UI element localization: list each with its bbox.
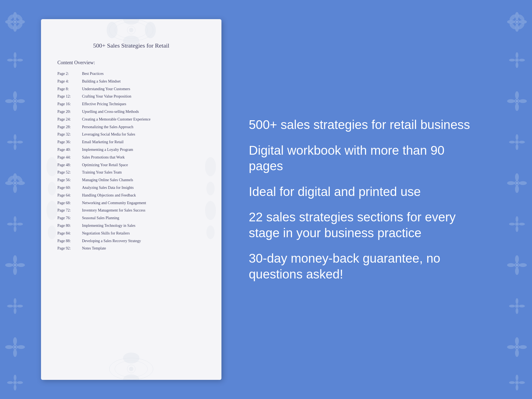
svg-point-58	[17, 345, 25, 349]
table-of-contents: Page 2:Best PracticesPage 4:Building a S…	[57, 71, 205, 252]
svg-point-61	[14, 375, 16, 381]
svg-point-32	[17, 181, 25, 185]
svg-point-20	[17, 99, 25, 103]
svg-point-109	[516, 100, 518, 102]
svg-point-52	[17, 305, 23, 307]
svg-point-84	[123, 353, 139, 363]
svg-point-80	[205, 201, 216, 220]
toc-item-title: Creating a Memorable Customer Experience	[82, 116, 150, 123]
svg-point-21	[14, 100, 16, 102]
svg-point-31	[5, 181, 13, 185]
document-card: 500+ Sales Strategies for Retail Content…	[41, 19, 221, 380]
svg-point-129	[515, 255, 519, 263]
svg-point-105	[515, 91, 519, 99]
table-row: Page 24:Creating a Memorable Customer Ex…	[57, 116, 205, 123]
toc-item-title: Email Marketing for Retail	[82, 139, 124, 145]
svg-point-102	[519, 59, 525, 61]
toc-item-title: Handling Objections and Feedback	[82, 192, 136, 199]
svg-point-136	[516, 308, 518, 314]
svg-point-91	[507, 20, 515, 24]
table-row: Page 60:Analyzing Sales Data for Insight…	[57, 184, 205, 191]
svg-point-123	[516, 216, 518, 222]
toc-page-number: Page 36:	[57, 139, 82, 145]
svg-point-131	[507, 263, 515, 267]
svg-point-133	[516, 264, 518, 266]
svg-point-12	[14, 62, 16, 68]
table-row: Page 28:Personalizing the Sales Approach	[57, 124, 205, 130]
table-row: Page 68:Networking and Community Engagem…	[57, 200, 205, 206]
svg-point-92	[519, 20, 527, 24]
svg-point-114	[519, 141, 525, 143]
feature-item: Ideal for digital and printed use	[249, 184, 480, 200]
svg-point-51	[7, 305, 13, 307]
svg-point-25	[7, 141, 13, 143]
svg-point-2	[13, 24, 17, 32]
watermark-right	[200, 145, 221, 254]
svg-point-4	[17, 20, 25, 24]
table-row: Page 2:Best Practices	[57, 71, 205, 77]
svg-point-141	[515, 337, 519, 345]
toc-page-number: Page 28:	[57, 124, 82, 130]
toc-item-title: Developing a Sales Recovery Strategy	[82, 238, 141, 244]
svg-point-113	[509, 141, 515, 143]
table-row: Page 20:Upselling and Cross-selling Meth…	[57, 108, 205, 115]
svg-point-107	[507, 99, 515, 103]
svg-point-132	[519, 263, 527, 267]
toc-page-number: Page 12:	[57, 93, 82, 100]
svg-point-121	[516, 182, 518, 184]
svg-point-124	[516, 226, 518, 232]
feature-item: Digital workbook with more than 90 pages	[249, 143, 480, 174]
svg-point-70	[107, 22, 118, 38]
toc-item-title: Leveraging Social Media for Sales	[82, 131, 135, 138]
svg-point-115	[516, 141, 518, 143]
svg-point-143	[507, 345, 515, 349]
toc-item-title: Networking and Community Engagement	[82, 200, 146, 206]
svg-point-100	[516, 62, 518, 68]
svg-point-46	[17, 263, 25, 267]
toc-item-title: Optimizing Your Retail Space	[82, 162, 128, 168]
toc-item-title: Understanding Your Customers	[82, 86, 130, 92]
svg-point-53	[14, 305, 16, 307]
svg-point-49	[14, 298, 16, 304]
table-row: Page 48:Optimizing Your Retail Space	[57, 162, 205, 168]
svg-point-111	[516, 134, 518, 140]
table-row: Page 36:Email Marketing for Retail	[57, 139, 205, 145]
svg-point-76	[46, 201, 57, 220]
toc-item-title: Personalizing the Sales Approach	[82, 124, 133, 130]
svg-point-35	[14, 182, 16, 184]
svg-point-68	[123, 19, 139, 25]
svg-point-62	[14, 385, 16, 391]
svg-point-87	[129, 367, 133, 371]
svg-point-40	[17, 223, 23, 225]
svg-point-142	[515, 349, 519, 357]
svg-point-39	[7, 223, 13, 225]
content-overview-label: Content Overview:	[57, 60, 205, 66]
svg-point-145	[516, 346, 518, 348]
table-row: Page 44:Sales Promotions that Work	[57, 154, 205, 161]
table-row: Page 32:Leveraging Social Media for Sale…	[57, 131, 205, 138]
feature-item: 500+ sales strategies for retail busines…	[249, 117, 480, 133]
left-floral-border	[0, 0, 30, 399]
toc-page-number: Page 8:	[57, 86, 82, 92]
watermark-top	[90, 19, 172, 46]
svg-point-63	[7, 381, 13, 384]
svg-point-118	[515, 185, 519, 193]
svg-point-27	[14, 141, 16, 143]
toc-item-title: Notes Template	[82, 245, 106, 252]
svg-point-73	[129, 28, 133, 32]
toc-item-title: Negotiation Skills for Retailers	[82, 230, 130, 237]
table-row: Page 88:Developing a Sales Recovery Stra…	[57, 238, 205, 244]
svg-point-117	[515, 173, 519, 181]
svg-point-75	[48, 182, 56, 195]
toc-item-title: Implementing Technology in Sales	[82, 222, 135, 229]
svg-point-139	[516, 305, 518, 307]
svg-point-64	[17, 381, 23, 384]
svg-point-11	[14, 52, 16, 58]
table-row: Page 72:Inventory Management for Sales S…	[57, 207, 205, 214]
toc-item-title: Training Your Sales Team	[82, 169, 122, 176]
toc-item-title: Sales Promotions that Work	[82, 154, 125, 161]
svg-point-138	[519, 305, 525, 307]
right-floral-border	[502, 0, 532, 399]
toc-item-title: Upselling and Cross-selling Methods	[82, 108, 139, 115]
svg-point-23	[14, 134, 16, 140]
